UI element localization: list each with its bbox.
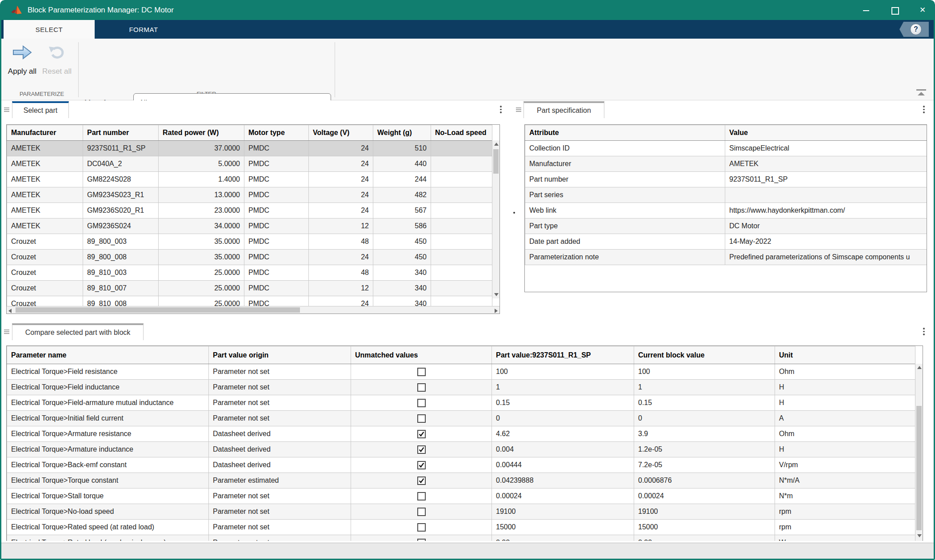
scrollbar-thumb[interactable] [493,149,499,174]
checked-checkbox[interactable] [417,477,426,485]
unchecked-checkbox[interactable] [417,523,426,532]
maximize-button[interactable] [891,6,899,14]
title-bar: Block Parameterization Manager: DC Motor [0,0,935,20]
select-part-row[interactable]: AMETEKGM9236S020_R123.0000PMDC24567 [7,203,492,218]
panel-grip-icon[interactable] [516,107,521,113]
cell-motor_type: PMDC [244,234,309,250]
unchecked-checkbox[interactable] [417,508,426,516]
compare-row[interactable]: Electrical Torque>Field resistanceParame… [7,364,915,380]
cell-value: 9237S011_R1_SP [725,172,927,187]
scrollbar-thumb[interactable] [916,406,922,530]
cell-attribute: Parameterization note [525,250,725,265]
unchecked-checkbox[interactable] [417,539,426,541]
column-header-part_value: Part value:9237S011_R1_SP [492,346,634,364]
cell-block_value: 0 [634,411,775,426]
unchecked-checkbox[interactable] [417,399,426,407]
cell-rated_power: 35.0000 [159,250,244,265]
compare-vertical-scrollbar[interactable] [915,364,923,541]
scroll-up-arrow[interactable] [915,364,923,371]
scroll-right-arrow[interactable] [492,306,499,314]
unchecked-checkbox[interactable] [417,414,426,423]
column-header-attribute: Attribute [525,125,725,141]
scroll-down-arrow[interactable] [915,532,923,540]
select-part-row[interactable]: Crouzet89_800_00835.0000PMDC24450 [7,250,492,265]
scroll-up-arrow[interactable] [492,140,500,148]
select-part-row[interactable]: AMETEKGM9236S02434.0000PMDC12586 [7,218,492,234]
select-part-horizontal-scrollbar[interactable] [7,306,499,314]
cell-parameter: Electrical Torque>Armature resistance [7,426,209,442]
checked-checkbox[interactable] [417,445,426,454]
unchecked-checkbox[interactable] [417,383,426,392]
compare-row[interactable]: Electrical Torque>Stall torqueParameter … [7,489,915,504]
checked-checkbox[interactable] [417,461,426,469]
tab-compare[interactable]: Compare selected part with block [12,323,144,340]
compare-row[interactable]: Electrical Torque>Torque constantParamet… [7,473,915,489]
scrollbar-thumb[interactable] [16,307,300,313]
cell-motor_type: PMDC [244,156,309,172]
cell-manufacturer: AMETEK [7,203,83,218]
select-part-row[interactable]: AMETEKGM9234S023_R113.0000PMDC24482 [7,187,492,203]
select-part-row[interactable]: AMETEKDC040A_25.0000PMDC24440 [7,156,492,172]
cell-part_number: 89_800_008 [83,250,159,265]
compare-row[interactable]: Electrical Torque>Back-emf constantDatas… [7,457,915,473]
cell-attribute: Manufacturer [525,156,725,172]
cell-voltage: 12 [309,281,373,296]
ribbon-tab-format[interactable]: FORMAT [104,20,184,39]
unchecked-checkbox[interactable] [417,368,426,376]
window-border [0,20,1,560]
column-header-manufacturer[interactable]: Manufacturer [7,125,83,141]
unchecked-checkbox[interactable] [417,492,426,500]
minimize-button[interactable] [862,6,870,14]
compare-row[interactable]: Electrical Torque>No-load speedParameter… [7,504,915,520]
cell-unit: H [775,442,915,457]
compare-row[interactable]: Electrical Torque>Armature inductanceDat… [7,442,915,457]
tab-select-part[interactable]: Select part [12,101,69,118]
column-header-no_load_speed[interactable]: No-Load speed [431,125,492,141]
select-part-menu-icon[interactable] [497,106,505,115]
collapse-ribbon-button[interactable] [916,89,926,95]
checked-checkbox[interactable] [417,430,426,438]
compare-row[interactable]: Electrical Torque>Rated speed (at rated … [7,520,915,535]
part-specification-menu-icon[interactable] [920,106,928,115]
select-part-row[interactable]: Crouzet89_810_00725.0000PMDC12340 [7,281,492,296]
cell-part_value: 0.00 [492,535,634,541]
apply-all-button[interactable]: Apply all [5,44,39,81]
cell-unit: H [775,380,915,395]
cell-part_number: DC040A_2 [83,156,159,172]
part-specification-row: Part number9237S011_R1_SP [525,172,927,187]
panel-grip-icon[interactable] [4,330,9,335]
help-icon[interactable]: ? [910,24,922,35]
select-part-row[interactable]: AMETEKGM8224S0281.4000PMDC24244 [7,172,492,187]
select-part-row[interactable]: AMETEK9237S011_R1_SP37.0000PMDC24510 [7,141,492,156]
cell-voltage: 24 [309,172,373,187]
compare-row[interactable]: Electrical Torque>Initial field currentP… [7,411,915,426]
scroll-down-arrow[interactable] [492,291,500,298]
cell-block_value: 15000 [634,520,775,535]
part-specification-row: Web linkhttps://www.haydonkerkpittman.co… [525,203,927,218]
compare-row[interactable]: Electrical Torque>Armature resistanceDat… [7,426,915,442]
compare-row[interactable]: Electrical Torque>Field inductanceParame… [7,380,915,395]
ribbon-tab-select[interactable]: SELECT [4,20,95,39]
compare-row[interactable]: Electrical Torque>Rated load (mechanical… [7,535,915,541]
reset-all-button[interactable]: Reset all [41,44,73,81]
column-header-part_number[interactable]: Part number [83,125,159,141]
compare-menu-icon[interactable] [920,328,928,338]
column-header-voltage[interactable]: Voltage (V) [309,125,373,141]
cell-part_value: 0.04239888 [492,473,634,489]
select-part-vertical-scrollbar[interactable] [492,140,499,298]
select-part-row[interactable]: Crouzet89_800_00335.0000PMDC48450 [7,234,492,250]
column-header-weight[interactable]: Weight (g) [373,125,431,141]
tab-part-specification[interactable]: Part specification [523,101,604,118]
close-button[interactable] [919,6,927,14]
toolbar-separator [78,42,79,97]
compare-row[interactable]: Electrical Torque>Field-armature mutual … [7,395,915,411]
cell-unmatched [351,411,492,426]
scroll-left-arrow[interactable] [7,306,14,314]
select-part-row[interactable]: Crouzet89_810_00325.0000PMDC48340 [7,265,492,281]
panel-grip-icon[interactable] [4,107,9,113]
cell-unmatched [351,535,492,541]
ribbon-tab-strip: SELECT FORMAT ? [0,20,935,39]
column-header-rated_power[interactable]: Rated power (W) [159,125,244,141]
panel-splitter-handle[interactable] [513,212,515,214]
column-header-motor_type[interactable]: Motor type [244,125,309,141]
